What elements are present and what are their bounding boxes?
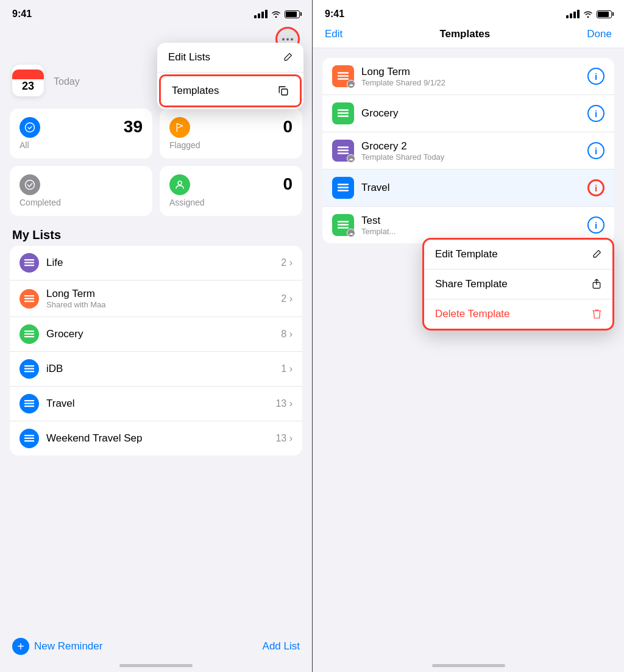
left-phone: 9:41 Edit Lists bbox=[0, 0, 312, 672]
new-reminder-button[interactable]: + New Reminder bbox=[12, 638, 102, 655]
today-date: 23 bbox=[22, 80, 34, 91]
smart-lists-grid: 39 All 0 Flagged Completed bbox=[0, 109, 312, 216]
status-icons-right bbox=[566, 9, 612, 20]
smart-card-all[interactable]: 39 All bbox=[10, 109, 152, 159]
calendar-icon[interactable]: 23 bbox=[12, 65, 44, 96]
done-button[interactable]: Done bbox=[587, 28, 612, 40]
grocery2-template-subtitle: Template Shared Today bbox=[361, 152, 580, 162]
svg-rect-22 bbox=[24, 435, 35, 436]
weekend-travel-list-icon bbox=[20, 429, 39, 448]
svg-point-4 bbox=[26, 123, 35, 132]
today-label: Today bbox=[54, 76, 80, 87]
travel-count: 13 › bbox=[275, 398, 292, 409]
grocery2-info-button[interactable]: i bbox=[587, 142, 604, 159]
grocery-template-name: Grocery bbox=[361, 107, 580, 120]
svg-rect-25 bbox=[338, 72, 349, 74]
list-item-idb[interactable]: iDB 1 › bbox=[10, 352, 302, 387]
svg-rect-15 bbox=[24, 336, 35, 337]
list-item-travel[interactable]: Travel 13 › bbox=[10, 387, 302, 421]
travel-info-button[interactable]: i bbox=[587, 179, 604, 196]
edit-button[interactable]: Edit bbox=[325, 28, 342, 40]
svg-rect-18 bbox=[24, 371, 35, 372]
svg-rect-7 bbox=[24, 259, 35, 260]
assigned-count: 0 bbox=[283, 174, 292, 194]
battery-icon-right bbox=[597, 10, 612, 18]
svg-rect-30 bbox=[338, 115, 349, 117]
templates-label: Templates bbox=[172, 85, 219, 97]
svg-rect-9 bbox=[24, 265, 35, 266]
life-count: 2 › bbox=[281, 257, 292, 268]
status-bar-right: 9:41 bbox=[313, 0, 624, 23]
longterm-template-icon: ☁ bbox=[332, 65, 354, 87]
share-template-label: Share Template bbox=[435, 278, 508, 290]
grocery2-template-icon: ☁ bbox=[332, 140, 354, 162]
longterm-list-icon bbox=[20, 289, 39, 309]
svg-point-0 bbox=[282, 38, 285, 40]
wifi-icon-right bbox=[583, 9, 593, 20]
template-item-grocery2[interactable]: ☁ Grocery 2 Template Shared Today i bbox=[322, 132, 614, 170]
home-indicator-right bbox=[432, 664, 505, 667]
time-right: 9:41 bbox=[325, 9, 344, 20]
signal-icon bbox=[254, 10, 268, 18]
smart-card-assigned[interactable]: 0 Assigned bbox=[160, 166, 302, 216]
svg-rect-20 bbox=[24, 403, 35, 404]
time-left: 9:41 bbox=[12, 9, 32, 20]
list-item-longterm[interactable]: Long Term Shared with Maa 2 › bbox=[10, 281, 302, 317]
longterm-info-button[interactable]: i bbox=[587, 68, 604, 85]
dropdown-templates[interactable]: Templates bbox=[159, 74, 302, 107]
svg-rect-11 bbox=[24, 298, 35, 299]
delete-template-button[interactable]: Delete Template bbox=[424, 299, 612, 329]
svg-rect-12 bbox=[24, 301, 35, 302]
completed-icon bbox=[20, 174, 40, 195]
calendar-header bbox=[12, 70, 44, 79]
svg-rect-13 bbox=[24, 331, 35, 332]
travel-list-icon bbox=[20, 394, 39, 413]
my-lists-header: My Lists bbox=[0, 223, 312, 246]
template-item-grocery[interactable]: Grocery i bbox=[322, 95, 614, 132]
svg-rect-33 bbox=[338, 152, 349, 154]
completed-label: Completed bbox=[20, 198, 143, 207]
life-list-icon bbox=[20, 253, 39, 273]
status-bar-left: 9:41 bbox=[0, 0, 312, 23]
life-name: Life bbox=[46, 257, 274, 269]
weekend-travel-name: Weekend Travel Sep bbox=[46, 432, 268, 445]
svg-rect-38 bbox=[338, 224, 349, 226]
add-list-button[interactable]: Add List bbox=[263, 640, 300, 652]
travel-template-name: Travel bbox=[361, 182, 580, 194]
list-item-grocery[interactable]: Grocery 8 › bbox=[10, 317, 302, 352]
share-icon bbox=[592, 279, 601, 290]
list-item-weekend-travel[interactable]: Weekend Travel Sep 13 › bbox=[10, 421, 302, 456]
template-item-travel[interactable]: Travel i bbox=[322, 170, 614, 207]
test-info-button[interactable]: i bbox=[587, 216, 604, 234]
grocery-info-button[interactable]: i bbox=[587, 105, 604, 122]
all-icon bbox=[20, 117, 40, 138]
svg-point-1 bbox=[286, 38, 289, 40]
template-item-longterm[interactable]: ☁ Long Term Template Shared 9/1/22 i bbox=[322, 58, 614, 95]
smart-card-flagged[interactable]: 0 Flagged bbox=[160, 109, 302, 159]
my-lists: Life 2 › Long Term Shared with Maa 2 › G… bbox=[10, 246, 302, 456]
edit-template-button[interactable]: Edit Template bbox=[424, 240, 612, 270]
plus-icon: + bbox=[12, 638, 29, 655]
svg-point-6 bbox=[178, 181, 182, 185]
all-count: 39 bbox=[124, 117, 143, 137]
all-label: All bbox=[20, 140, 143, 150]
copy-icon bbox=[278, 85, 289, 96]
smart-card-completed[interactable]: Completed bbox=[10, 166, 152, 216]
battery-icon bbox=[285, 10, 300, 18]
grocery2-template-name: Grocery 2 bbox=[361, 140, 580, 152]
svg-rect-32 bbox=[338, 149, 349, 151]
longterm-count: 2 › bbox=[281, 293, 292, 304]
templates-list: ☁ Long Term Template Shared 9/1/22 i Gro… bbox=[322, 58, 614, 243]
svg-rect-36 bbox=[338, 190, 349, 191]
list-item-life[interactable]: Life 2 › bbox=[10, 246, 302, 281]
flagged-count: 0 bbox=[283, 117, 292, 137]
travel-name: Travel bbox=[46, 398, 268, 410]
grocery-template-icon bbox=[332, 102, 354, 124]
dropdown-edit-lists[interactable]: Edit Lists bbox=[157, 43, 303, 73]
svg-rect-26 bbox=[338, 75, 349, 77]
weekend-travel-count: 13 › bbox=[275, 433, 292, 444]
right-phone: 9:41 Edit Templates Done ☁ bbox=[312, 0, 624, 672]
share-template-button[interactable]: Share Template bbox=[424, 270, 612, 299]
svg-rect-34 bbox=[338, 184, 349, 185]
wifi-icon bbox=[271, 9, 281, 20]
